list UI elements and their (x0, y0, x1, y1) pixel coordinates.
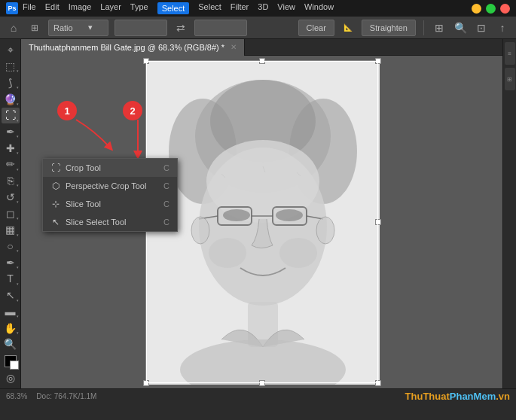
tab-label: Thuthuatphanmem Bill Gate.jpg @ 68.3% (R… (29, 43, 224, 52)
quick-select-tool[interactable]: 🔮▾ (2, 91, 20, 107)
badge-2: 2 (123, 101, 142, 120)
perspective-shortcut: C (163, 181, 169, 190)
svg-point-6 (206, 140, 319, 223)
title-bar: Ps File Edit Image Layer Type Select Sel… (0, 0, 516, 17)
crop-handle-bm[interactable] (259, 380, 265, 386)
tab-document[interactable]: Thuthuatphanmem Bill Gate.jpg @ 68.3% (R… (21, 39, 245, 56)
menu-image[interactable]: Image (69, 2, 92, 14)
title-bar-controls (472, 4, 510, 14)
straighten-button[interactable]: Straighten (362, 20, 416, 36)
pen-tool[interactable]: ✒▾ (2, 254, 20, 270)
slice-select-icon: ↖ (50, 217, 61, 227)
clear-button[interactable]: Clear (298, 20, 334, 36)
menu-file[interactable]: File (23, 2, 36, 14)
flyout-crop-tool[interactable]: ⛶ Crop Tool C (43, 159, 177, 177)
foreground-color[interactable] (2, 354, 20, 370)
slice-shortcut: C (163, 199, 169, 208)
crop-handle-tm[interactable] (259, 58, 265, 64)
adjustments-panel-toggle[interactable]: ⊞ (505, 68, 515, 90)
title-bar-left: Ps File Edit Image Layer Type Select Sel… (6, 2, 334, 14)
badge-2-container: 2 (123, 101, 142, 120)
brush-tool[interactable]: ✏▾ (2, 157, 20, 172)
separator (423, 20, 424, 35)
crop-handle-br[interactable] (375, 380, 381, 386)
type-tool[interactable]: T▾ (2, 271, 20, 287)
arrow-2-svg (127, 116, 157, 161)
flyout-perspective-crop-tool[interactable]: ⬡ Perspective Crop Tool C (43, 177, 177, 195)
zoom-level: 68.3% (6, 392, 27, 400)
canvas-image (145, 60, 379, 384)
history-tool[interactable]: ↺▾ (2, 189, 20, 205)
title-bar-menu: File Edit Image Layer Type Select Select… (23, 2, 334, 14)
crop-handle-tr[interactable] (375, 58, 381, 64)
swap-icon[interactable]: ⇄ (173, 20, 188, 35)
menu-edit[interactable]: Edit (45, 2, 60, 14)
menu-help[interactable]: Window (304, 2, 334, 14)
menu-window[interactable]: View (277, 2, 295, 14)
canvas-area: Thuthuatphanmem Bill Gate.jpg @ 68.3% (R… (21, 39, 502, 388)
badge-1-container: 1 (57, 101, 77, 120)
slice-select-shortcut: C (163, 218, 169, 227)
menu-layer[interactable]: Layer (100, 2, 121, 14)
straighten-icon[interactable]: 📐 (340, 20, 356, 35)
perspective-crop-icon: ⬡ (50, 181, 61, 191)
minimize-button[interactable] (472, 4, 481, 14)
screen-icon[interactable]: ⊡ (474, 20, 489, 35)
slice-tool-icon: ⊹ (50, 199, 61, 209)
width-input[interactable] (114, 20, 167, 36)
ratio-dropdown[interactable]: Ratio ▾ (48, 20, 108, 36)
grid-icon[interactable]: ⊞ (432, 20, 447, 35)
arrow-1-svg (72, 116, 118, 154)
height-input[interactable] (194, 20, 247, 36)
shape-tool[interactable]: ▬▾ (2, 304, 20, 320)
crop-handle-tl[interactable] (143, 58, 149, 64)
svg-point-16 (191, 217, 209, 244)
zoom-tool[interactable]: 🔍 (2, 336, 20, 352)
quick-mask-btn[interactable]: ◎ (2, 370, 20, 385)
tab-close-button[interactable]: ✕ (231, 43, 237, 51)
crop-handle-bl[interactable] (143, 380, 149, 386)
left-toolbar: ⌖ ⬚▾ ⟆▾ 🔮▾ ⛶▾ ✒▾ ✚▾ ✏▾ ⎘▾ ↺▾ ◻▾ ▦▾ ○▾ ✒▾… (0, 39, 21, 388)
eraser-tool[interactable]: ◻▾ (2, 205, 20, 221)
clone-tool[interactable]: ⎘▾ (2, 173, 20, 189)
options-bar: ⌂ ⊞ Ratio ▾ ⇄ Clear 📐 Straighten ⊞ 🔍 ⊡ ↑ (0, 17, 516, 39)
svg-point-8 (276, 209, 303, 221)
crop-icon[interactable]: ⊞ (27, 20, 42, 35)
badge-1: 1 (57, 101, 77, 120)
menu-view[interactable]: 3D (258, 2, 268, 14)
crop-tool[interactable]: ⛶▾ (2, 108, 20, 123)
svg-point-17 (316, 217, 334, 244)
crop-handle-rm[interactable] (375, 219, 381, 225)
maximize-button[interactable] (486, 4, 496, 14)
menu-filter[interactable]: Select (198, 2, 221, 14)
marquee-tool[interactable]: ⬚▾ (2, 59, 20, 75)
lasso-tool[interactable]: ⟆▾ (2, 75, 20, 90)
brand-watermark: ThuThuatPhanMem.vn (405, 391, 510, 402)
crop-tool-icon: ⛶ (50, 163, 61, 173)
menu-3d[interactable]: Filter (231, 2, 249, 14)
home-icon[interactable]: ⌂ (6, 20, 21, 35)
export-icon[interactable]: ↑ (495, 20, 510, 35)
flyout-slice-tool[interactable]: ⊹ Slice Tool C (43, 195, 177, 213)
status-bar: 68.3% Doc: 764.7K/1.1M ThuThuatPhanMem.v… (0, 388, 516, 403)
gradient-tool[interactable]: ▦▾ (2, 222, 20, 238)
flyout-slice-select-tool[interactable]: ↖ Slice Select Tool C (43, 213, 177, 231)
menu-type[interactable]: Type (130, 2, 148, 14)
svg-point-14 (209, 238, 246, 268)
zoom-icon[interactable]: 🔍 (453, 20, 468, 35)
right-panel: ≡ ⊞ (502, 39, 516, 388)
svg-point-15 (279, 238, 317, 268)
ps-logo: Ps (6, 2, 18, 14)
doc-info: Doc: 764.7K/1.1M (36, 392, 96, 400)
move-tool[interactable]: ⌖ (2, 42, 20, 58)
eyedropper-tool[interactable]: ✒▾ (2, 124, 20, 140)
tool-flyout-menu: ⛶ Crop Tool C ⬡ Perspective Crop Tool C … (42, 158, 178, 232)
menu-select[interactable]: Select (157, 2, 190, 14)
dodge-tool[interactable]: ○▾ (2, 239, 20, 254)
layers-panel-toggle[interactable]: ≡ (505, 42, 515, 65)
healing-tool[interactable]: ✚▾ (2, 140, 20, 156)
close-button[interactable] (500, 4, 510, 14)
path-select-tool[interactable]: ↖▾ (2, 288, 20, 303)
tab-bar: Thuthuatphanmem Bill Gate.jpg @ 68.3% (R… (21, 39, 502, 56)
hand-tool[interactable]: ✋▾ (2, 320, 20, 336)
